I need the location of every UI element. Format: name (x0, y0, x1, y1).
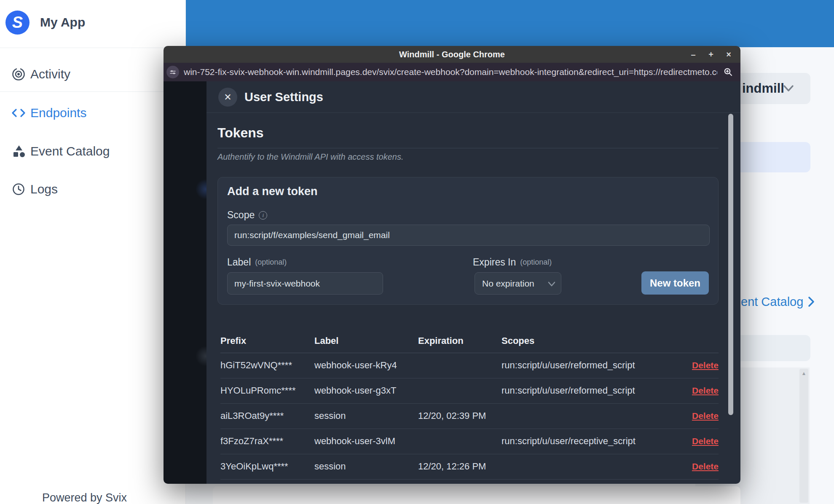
maximize-button[interactable]: + (707, 50, 715, 59)
user-settings-modal: ✕ User Settings Tokens Authentify to the… (206, 81, 740, 484)
environment-name: indmill (742, 81, 784, 96)
token-scopes (501, 454, 676, 479)
token-prefix: HYOLuPRomc**** (220, 378, 314, 403)
divider (217, 148, 719, 148)
scope-input[interactable] (227, 225, 710, 246)
window-title: Windmill - Google Chrome (164, 46, 740, 63)
token-label: webhook-user-kRy4 (314, 353, 418, 378)
modal-title: User Settings (244, 81, 323, 113)
token-prefix: f3FzoZ7raX**** (220, 429, 314, 454)
token-expiration (418, 353, 501, 378)
col-expiration: Expiration (418, 329, 501, 353)
expires-in-value: No expiration (482, 273, 534, 294)
expires-in-label: Expires In (optional) (473, 257, 552, 268)
modal-scrollbar-thumb[interactable] (728, 114, 733, 415)
col-label: Label (314, 329, 418, 353)
site-settings-icon[interactable] (166, 66, 179, 78)
chrome-window: Windmill - Google Chrome – + × win-752-f… (164, 46, 740, 484)
sidebar-item-activity[interactable]: Activity (0, 62, 186, 86)
sidebar-item-label: Activity (30, 67, 70, 81)
token-label: session (314, 454, 418, 479)
expires-in-select[interactable]: No expiration (475, 272, 561, 295)
powered-by-svix: Powered by Svix (42, 491, 127, 504)
top-header: ? (186, 0, 834, 47)
token-prefix: 3YeOiKpLwq**** (220, 454, 314, 479)
label-label: Label (optional) (227, 257, 287, 268)
sidebar-item-label: Endpoints (30, 106, 86, 120)
dimmed-page-backdrop (164, 81, 206, 484)
token-label: webhook-user-g3xT (314, 378, 418, 403)
event-catalog-link[interactable]: ent Catalog (741, 294, 815, 309)
url-text[interactable]: win-752-fix-svix-webhook-win.windmill.pa… (184, 63, 717, 81)
table-row: hGiT52wVNQ**** webhook-user-kRy4 run:scr… (220, 353, 719, 378)
token-expiration (418, 378, 501, 403)
token-expiration: 12/20, 12:26 PM (418, 454, 501, 479)
brand: S My App (0, 0, 186, 48)
table-row: f3FzoZ7raX**** webhook-user-3vlM run:scr… (220, 429, 719, 454)
divider (0, 91, 186, 92)
col-actions (676, 329, 719, 353)
sidebar: S My App Activity Endpoints (0, 0, 186, 504)
token-scopes (501, 403, 676, 429)
token-scopes: run:script/u/user/reformed_script (501, 378, 676, 403)
tokens-heading: Tokens (217, 125, 264, 141)
col-prefix: Prefix (220, 329, 314, 353)
close-modal-button[interactable]: ✕ (218, 88, 237, 107)
token-scopes: run:script/u/user/receptive_script (501, 429, 676, 454)
info-icon[interactable]: i (259, 211, 267, 220)
sidebar-item-label: Event Catalog (30, 144, 110, 158)
table-row: aiL3ROat9y**** session 12/20, 02:39 PM D… (220, 403, 719, 429)
delete-link[interactable]: Delete (692, 411, 719, 421)
event-catalog-link-label: ent Catalog (741, 295, 803, 309)
minimize-button[interactable]: – (689, 50, 697, 59)
delete-link[interactable]: Delete (692, 360, 719, 370)
token-label: session (314, 403, 418, 429)
delete-link[interactable]: Delete (692, 461, 719, 471)
close-window-button[interactable]: × (724, 50, 733, 59)
delete-link[interactable]: Delete (692, 436, 719, 446)
token-prefix: hGiT52wVNQ**** (220, 353, 314, 378)
token-label: webhook-user-3vlM (314, 429, 418, 454)
chevron-down-icon (783, 85, 794, 94)
svix-logo-icon: S (5, 11, 29, 35)
sidebar-item-endpoints[interactable]: Endpoints (0, 101, 186, 125)
tokens-table: Prefix Label Expiration Scopes hGiT52wVN… (220, 329, 719, 480)
sidebar-item-label: Logs (30, 182, 58, 196)
background-scrollbar[interactable]: ▲ (799, 369, 808, 503)
zoom-icon[interactable] (723, 67, 733, 78)
tokens-table-wrap: Prefix Label Expiration Scopes hGiT52wVN… (220, 329, 719, 480)
add-token-card: Add a new token Scope i Label (optional)… (217, 177, 719, 305)
logo-letter: S (12, 13, 23, 32)
scope-label: Scope i (227, 209, 267, 221)
table-row: 3YeOiKpLwq**** session 12/20, 12:26 PM D… (220, 454, 719, 479)
chevron-down-icon (548, 281, 555, 289)
divider (0, 48, 186, 48)
event-catalog-icon (11, 144, 26, 159)
col-scopes: Scopes (501, 329, 676, 353)
delete-link[interactable]: Delete (692, 386, 719, 395)
token-scopes: run:script/u/user/reformed_script (501, 353, 676, 378)
app-title: My App (40, 15, 85, 29)
label-input[interactable] (227, 272, 383, 295)
close-icon: ✕ (224, 92, 231, 103)
modal-header: ✕ User Settings (206, 81, 740, 113)
token-expiration (418, 429, 501, 454)
table-header-row: Prefix Label Expiration Scopes (220, 329, 719, 353)
background-content-card (213, 486, 740, 504)
sidebar-item-event-catalog[interactable]: Event Catalog (0, 139, 186, 163)
new-token-button[interactable]: New token (641, 271, 709, 295)
scroll-up-arrow-icon: ▲ (799, 370, 808, 376)
tokens-subtitle: Authentify to the Windmill API with acce… (217, 152, 404, 162)
token-prefix: aiL3ROat9y**** (220, 403, 314, 429)
add-token-heading: Add a new token (227, 185, 318, 198)
address-bar[interactable]: win-752-fix-svix-webhook-win.windmill.pa… (164, 63, 740, 81)
token-expiration: 12/20, 02:39 PM (418, 403, 501, 429)
activity-icon (11, 67, 26, 82)
sidebar-item-logs[interactable]: Logs (0, 177, 186, 201)
screen: ? S My App Activity (0, 0, 834, 504)
table-row: HYOLuPRomc**** webhook-user-g3xT run:scr… (220, 378, 719, 403)
endpoints-icon (11, 105, 26, 121)
chevron-right-icon (807, 296, 815, 307)
logs-icon (11, 182, 26, 197)
window-titlebar[interactable]: Windmill - Google Chrome – + × (164, 46, 740, 63)
